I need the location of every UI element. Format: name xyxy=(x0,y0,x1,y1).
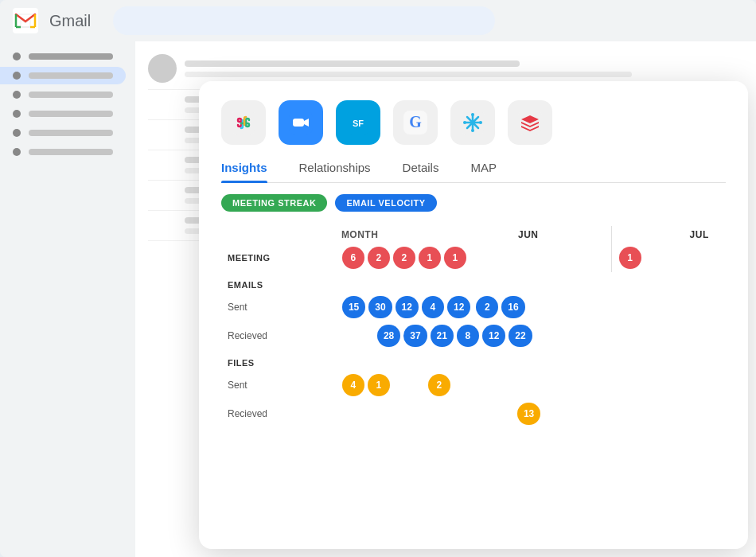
gmail-shell: Gmail xyxy=(0,0,756,557)
insights-panel: SF G xyxy=(199,81,748,549)
badges-row: MEETING STREAK EMAIL VELOCITY xyxy=(221,194,726,212)
sidebar-item-1[interactable] xyxy=(0,67,126,84)
pill: 2 xyxy=(428,374,450,396)
sidebar-label xyxy=(29,149,113,155)
pill: 4 xyxy=(342,374,364,396)
sidebar-label xyxy=(29,130,113,136)
gmail-main: SF G xyxy=(135,41,756,557)
emails-sent-label: Sent xyxy=(221,293,335,321)
pill: 21 xyxy=(431,325,454,347)
sidebar-label xyxy=(29,111,113,117)
sidebar-label xyxy=(29,92,113,98)
svg-point-21 xyxy=(463,121,466,124)
header-jun: JUN xyxy=(446,226,611,243)
pill: 1 xyxy=(419,247,441,269)
meeting-row: MEETING 6 2 2 1 1 xyxy=(221,243,726,272)
sidebar-dot xyxy=(13,91,21,99)
pill: 12 xyxy=(447,296,470,318)
sidebar-dot xyxy=(13,53,21,60)
files-header-row: FILES xyxy=(221,350,726,371)
zoom-icon[interactable] xyxy=(279,100,323,145)
meeting-label: MEETING xyxy=(221,243,335,272)
emails-received-label: Recieved xyxy=(221,321,335,350)
emails-received-row: Recieved 28 37 21 8 12 22 xyxy=(221,321,726,350)
svg-point-19 xyxy=(471,113,474,116)
svg-text:SF: SF xyxy=(353,119,364,128)
pill: 30 xyxy=(368,296,392,318)
pill: 22 xyxy=(509,325,532,347)
pill: 2 xyxy=(393,247,415,269)
tabs-row: Insights Relationships Details MAP xyxy=(221,161,726,183)
sidebar-item-0[interactable] xyxy=(0,48,126,65)
sidebar-dot xyxy=(13,72,21,80)
integrations-row: SF G xyxy=(221,100,726,145)
email-velocity-badge: EMAIL VELOCITY xyxy=(335,194,436,212)
pill: 2 xyxy=(476,296,498,318)
pill: 13 xyxy=(517,403,540,425)
panel-content: SF G xyxy=(199,81,748,428)
files-received-pills: 13 xyxy=(335,399,672,428)
email-line xyxy=(185,60,520,67)
files-sent-pills: 4 1 2 xyxy=(335,371,672,399)
email-lines xyxy=(185,60,743,77)
files-sent-row: Sent 4 1 2 xyxy=(221,371,726,399)
emails-sent-pills: 15 30 12 4 12 2 16 xyxy=(335,293,672,321)
files-received-label: Recieved xyxy=(221,399,335,428)
tab-relationships[interactable]: Relationships xyxy=(299,161,371,182)
google-icon[interactable]: G xyxy=(393,100,438,145)
sidebar-item-5[interactable] xyxy=(0,143,126,161)
hq-icon[interactable] xyxy=(508,100,552,145)
pill: 1 xyxy=(619,247,641,269)
emails-received-pills: 28 37 21 8 12 22 xyxy=(335,321,672,350)
files-received-row: Recieved 13 xyxy=(221,399,726,428)
pill: 15 xyxy=(342,296,365,318)
sidebar-label xyxy=(29,53,113,60)
pill: 28 xyxy=(377,325,400,347)
pill: 16 xyxy=(501,296,524,318)
sidebar-dot xyxy=(13,110,21,118)
month-header-row: MONTH JUN JUL xyxy=(221,226,726,243)
tab-insights[interactable]: Insights xyxy=(221,161,267,182)
pill: 1 xyxy=(368,374,390,396)
pill: 1 xyxy=(444,247,466,269)
salesforce-icon[interactable]: SF xyxy=(336,100,380,145)
pill: 4 xyxy=(422,296,444,318)
svg-point-20 xyxy=(471,129,474,132)
header-jul: JUL xyxy=(672,226,726,243)
tab-details[interactable]: Details xyxy=(403,161,439,182)
sidebar-label xyxy=(29,72,113,79)
files-label: FILES xyxy=(221,350,335,371)
search-bar[interactable] xyxy=(113,6,495,35)
meeting-streak-badge: MEETING STREAK xyxy=(221,194,327,212)
pill: 2 xyxy=(368,247,390,269)
emails-sent-row: Sent 15 30 12 4 12 2 16 xyxy=(221,293,726,321)
tab-map[interactable]: MAP xyxy=(470,161,497,182)
gmail-sidebar xyxy=(0,41,135,557)
sidebar-dot xyxy=(13,148,21,156)
snowflake-icon[interactable] xyxy=(450,100,495,145)
meeting-jul-pills: 1 xyxy=(611,243,672,272)
svg-text:G: G xyxy=(409,113,422,130)
gmail-logo-icon xyxy=(13,8,38,33)
header-label-col xyxy=(221,226,335,243)
app-name: Gmail xyxy=(49,12,91,30)
slack-icon[interactable] xyxy=(221,100,266,145)
svg-rect-8 xyxy=(293,119,304,127)
pill: 8 xyxy=(457,325,479,347)
sidebar-item-2[interactable] xyxy=(0,86,126,103)
emails-label: EMAILS xyxy=(221,272,335,293)
header-month-label: MONTH xyxy=(335,226,446,243)
pill: 12 xyxy=(396,296,419,318)
sidebar-dot xyxy=(13,129,21,137)
sidebar-item-3[interactable] xyxy=(0,105,126,123)
emails-header-row: EMAILS xyxy=(221,272,726,293)
pill: 6 xyxy=(342,247,364,269)
meeting-jun-pills: 6 2 2 1 1 xyxy=(335,243,611,272)
sidebar-item-4[interactable] xyxy=(0,124,126,142)
pill: 12 xyxy=(482,325,505,347)
avatar xyxy=(148,54,177,83)
email-line xyxy=(185,72,632,77)
gmail-body: SF G xyxy=(0,41,756,557)
pill: 37 xyxy=(403,325,427,347)
svg-point-22 xyxy=(479,121,482,124)
